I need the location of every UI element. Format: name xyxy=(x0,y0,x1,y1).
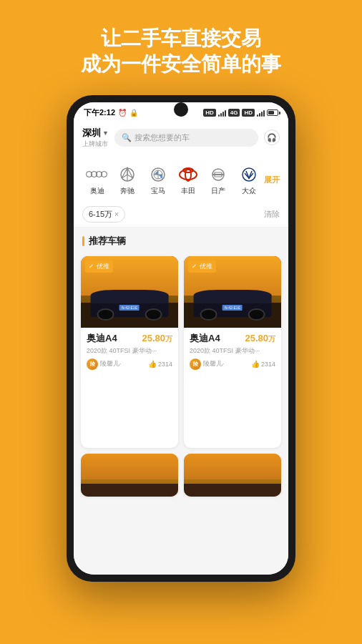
seller-avatar-1: 陵 xyxy=(87,358,98,370)
brand-toyota[interactable]: 丰田 xyxy=(173,165,203,196)
hero-line1: 让二手车直接交易 xyxy=(81,26,281,52)
recommended-badge-2: ✓ 优推 xyxy=(188,260,216,273)
hero-section: 让二手车直接交易 成为一件安全简单的事 xyxy=(81,26,281,78)
alarm-icon: ⏰ xyxy=(118,109,127,117)
seller-info-2: 陵 陵馨儿· xyxy=(190,358,225,370)
car-spec-2: 2020款 40TFSI 豪华动··· xyxy=(190,346,275,356)
brand-name-vw: 大众 xyxy=(242,186,256,196)
phone-screen: 下午2:12 ⏰ 🔒 HD 4G HD xyxy=(74,102,288,575)
brand-name-nissan: 日产 xyxy=(211,186,225,196)
car-plate-2: N-42-E1E xyxy=(222,305,243,311)
brand-mercedes[interactable]: 奔驰 xyxy=(112,165,142,196)
car-silhouette-2: N-42-E1E xyxy=(194,287,272,317)
brand-vw[interactable]: 大众 xyxy=(234,165,264,196)
seller-name-1: 陵馨儿· xyxy=(100,359,122,369)
brand-name-mercedes: 奔驰 xyxy=(120,186,134,196)
like-icon-2: 👍 xyxy=(251,360,260,368)
like-row-2: 👍 2314 xyxy=(251,360,275,368)
car-card-partial-1[interactable] xyxy=(81,454,178,497)
car-image-2: N-42-E1E ✓ 优推 xyxy=(184,256,281,328)
audi-logo xyxy=(87,165,107,185)
car-image-1: N-42-E1E ✓ 优推 xyxy=(81,256,178,328)
phone-shell: 下午2:12 ⏰ 🔒 HD 4G HD xyxy=(67,95,295,582)
bmw-logo xyxy=(148,165,168,185)
filter-clear-button[interactable]: 清除 xyxy=(264,209,280,220)
partial-image-2 xyxy=(184,454,281,497)
status-time: 下午2:12 xyxy=(84,107,115,118)
car-silhouette-1: N-42-E1E xyxy=(91,287,169,317)
like-count-2: 2314 xyxy=(261,361,275,368)
headphone-icon: 🎧 xyxy=(267,133,277,142)
top-bar: 深圳 ▼ 上牌城市 🔍 搜索您想要的车 🎧 xyxy=(74,122,288,159)
brand-audi[interactable]: 奥迪 xyxy=(82,165,112,196)
section-title-text: 推荐车辆 xyxy=(89,235,126,248)
seller-info-1: 陵 陵馨儿· xyxy=(87,358,122,370)
car-footer-1: 陵 陵馨儿· 👍 2314 xyxy=(87,358,172,370)
filter-close-icon[interactable]: × xyxy=(114,210,119,218)
seller-name-2: 陵馨儿· xyxy=(203,359,225,369)
filter-tag-price[interactable]: 6-15万 × xyxy=(82,206,125,223)
brand-name-bmw: 宝马 xyxy=(151,186,165,196)
search-placeholder: 搜索您想要的车 xyxy=(134,132,190,143)
status-icons: HD 4G HD xyxy=(203,109,278,117)
signal-wifi xyxy=(257,109,265,117)
battery-icon xyxy=(267,109,278,116)
headphone-button[interactable]: 🎧 xyxy=(264,130,280,145)
section-title: 推荐车辆 xyxy=(74,230,288,252)
location-city: 深圳 ▼ xyxy=(82,127,109,140)
nissan-logo xyxy=(208,165,228,185)
mercedes-logo xyxy=(117,165,137,185)
expand-button[interactable]: 展开 xyxy=(264,175,280,185)
like-row-1: 👍 2314 xyxy=(148,360,172,368)
seller-avatar-2: 陵 xyxy=(190,358,201,370)
hero-line2: 成为一件安全简单的事 xyxy=(81,52,281,77)
filter-row: 6-15万 × 清除 xyxy=(74,202,288,228)
car-spec-1: 2020款 40TFSI 豪华动··· xyxy=(87,346,172,356)
lock-icon: 🔒 xyxy=(129,109,138,117)
car-grid: N-42-E1E ✓ 优推 奥迪A4 25.80万 2020款 40TFSI 豪 xyxy=(74,252,288,575)
car-price-2: 25.80万 xyxy=(245,333,275,344)
car-name-1: 奥迪A4 xyxy=(87,332,117,345)
search-icon: 🔍 xyxy=(122,133,132,142)
phone-notch xyxy=(174,102,188,117)
4g-badge: 4G xyxy=(228,109,240,117)
car-info-2: 奥迪A4 25.80万 2020款 40TFSI 豪华动··· 陵 陵馨儿· 👍 xyxy=(184,328,281,374)
brand-name-audi: 奥迪 xyxy=(90,186,104,196)
like-count-1: 2314 xyxy=(158,361,172,368)
brand-name-toyota: 丰田 xyxy=(181,186,195,196)
hd-badge: HD xyxy=(203,109,216,117)
car-plate-1: N-42-E1E xyxy=(119,305,140,311)
car-card-partial-2[interactable] xyxy=(184,454,281,497)
brand-row: 奥迪 奔驰 xyxy=(74,159,288,202)
car-info-1: 奥迪A4 25.80万 2020款 40TFSI 豪华动··· 陵 陵馨儿· 👍 xyxy=(81,328,178,374)
search-bar[interactable]: 🔍 搜索您想要的车 xyxy=(114,129,258,147)
brand-nissan[interactable]: 日产 xyxy=(203,165,233,196)
car-footer-2: 陵 陵馨儿· 👍 2314 xyxy=(190,358,275,370)
recommended-badge-1: ✓ 优推 xyxy=(85,260,113,273)
hd-badge2: HD xyxy=(242,109,255,117)
partial-image-1 xyxy=(81,454,178,497)
location-search-row: 深圳 ▼ 上牌城市 🔍 搜索您想要的车 🎧 xyxy=(82,127,280,149)
location-arrow: ▼ xyxy=(102,130,109,137)
car-price-1: 25.80万 xyxy=(142,333,172,344)
like-icon-1: 👍 xyxy=(148,360,157,368)
signal-4g xyxy=(218,109,226,117)
svg-point-8 xyxy=(180,170,197,180)
toyota-logo xyxy=(178,165,198,185)
location-sub: 上牌城市 xyxy=(82,140,109,149)
brand-bmw[interactable]: 宝马 xyxy=(143,165,173,196)
car-card-2[interactable]: N-42-E1E ✓ 优推 奥迪A4 25.80万 2020款 40TFSI 豪 xyxy=(184,256,281,448)
car-card-1[interactable]: N-42-E1E ✓ 优推 奥迪A4 25.80万 2020款 40TFSI 豪 xyxy=(81,256,178,448)
section-bar-icon xyxy=(82,236,84,246)
vw-logo xyxy=(239,165,259,185)
location-label[interactable]: 深圳 ▼ 上牌城市 xyxy=(82,127,109,149)
car-name-2: 奥迪A4 xyxy=(190,332,220,345)
